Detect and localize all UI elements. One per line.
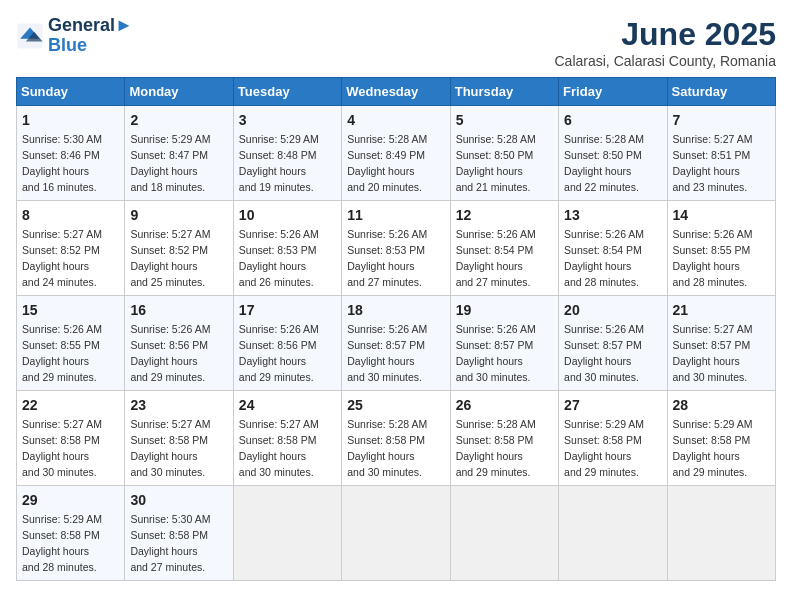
calendar-cell (342, 486, 450, 581)
calendar-cell: 4Sunrise: 5:28 AMSunset: 8:49 PMDaylight… (342, 106, 450, 201)
calendar-header: SundayMondayTuesdayWednesdayThursdayFrid… (17, 78, 776, 106)
header-sunday: Sunday (17, 78, 125, 106)
calendar-cell: 25Sunrise: 5:28 AMSunset: 8:58 PMDayligh… (342, 391, 450, 486)
day-number: 28 (673, 395, 770, 415)
day-detail: Sunrise: 5:27 AMSunset: 8:58 PMDaylight … (130, 418, 210, 478)
day-detail: Sunrise: 5:27 AMSunset: 8:52 PMDaylight … (22, 228, 102, 288)
calendar-cell: 7Sunrise: 5:27 AMSunset: 8:51 PMDaylight… (667, 106, 775, 201)
header-saturday: Saturday (667, 78, 775, 106)
day-detail: Sunrise: 5:27 AMSunset: 8:57 PMDaylight … (673, 323, 753, 383)
calendar-cell: 6Sunrise: 5:28 AMSunset: 8:50 PMDaylight… (559, 106, 667, 201)
day-number: 4 (347, 110, 444, 130)
day-detail: Sunrise: 5:27 AMSunset: 8:52 PMDaylight … (130, 228, 210, 288)
week-row-4: 22Sunrise: 5:27 AMSunset: 8:58 PMDayligh… (17, 391, 776, 486)
calendar-cell: 23Sunrise: 5:27 AMSunset: 8:58 PMDayligh… (125, 391, 233, 486)
calendar-cell: 5Sunrise: 5:28 AMSunset: 8:50 PMDaylight… (450, 106, 558, 201)
day-detail: Sunrise: 5:28 AMSunset: 8:50 PMDaylight … (456, 133, 536, 193)
day-number: 24 (239, 395, 336, 415)
calendar-body: 1Sunrise: 5:30 AMSunset: 8:46 PMDaylight… (17, 106, 776, 581)
calendar-cell (450, 486, 558, 581)
header-friday: Friday (559, 78, 667, 106)
day-detail: Sunrise: 5:26 AMSunset: 8:53 PMDaylight … (239, 228, 319, 288)
calendar-cell: 3Sunrise: 5:29 AMSunset: 8:48 PMDaylight… (233, 106, 341, 201)
day-detail: Sunrise: 5:28 AMSunset: 8:58 PMDaylight … (456, 418, 536, 478)
day-detail: Sunrise: 5:30 AMSunset: 8:58 PMDaylight … (130, 513, 210, 573)
day-number: 12 (456, 205, 553, 225)
day-detail: Sunrise: 5:29 AMSunset: 8:58 PMDaylight … (673, 418, 753, 478)
day-detail: Sunrise: 5:29 AMSunset: 8:58 PMDaylight … (22, 513, 102, 573)
day-number: 23 (130, 395, 227, 415)
day-detail: Sunrise: 5:26 AMSunset: 8:55 PMDaylight … (673, 228, 753, 288)
title-area: June 2025 Calarasi, Calarasi County, Rom… (555, 16, 777, 69)
day-detail: Sunrise: 5:26 AMSunset: 8:57 PMDaylight … (456, 323, 536, 383)
day-detail: Sunrise: 5:28 AMSunset: 8:50 PMDaylight … (564, 133, 644, 193)
day-detail: Sunrise: 5:26 AMSunset: 8:54 PMDaylight … (564, 228, 644, 288)
day-number: 27 (564, 395, 661, 415)
header-monday: Monday (125, 78, 233, 106)
day-number: 10 (239, 205, 336, 225)
calendar-cell: 12Sunrise: 5:26 AMSunset: 8:54 PMDayligh… (450, 201, 558, 296)
week-row-3: 15Sunrise: 5:26 AMSunset: 8:55 PMDayligh… (17, 296, 776, 391)
day-number: 5 (456, 110, 553, 130)
day-number: 20 (564, 300, 661, 320)
day-detail: Sunrise: 5:28 AMSunset: 8:49 PMDaylight … (347, 133, 427, 193)
day-detail: Sunrise: 5:29 AMSunset: 8:48 PMDaylight … (239, 133, 319, 193)
day-number: 15 (22, 300, 119, 320)
calendar-cell: 20Sunrise: 5:26 AMSunset: 8:57 PMDayligh… (559, 296, 667, 391)
day-detail: Sunrise: 5:28 AMSunset: 8:58 PMDaylight … (347, 418, 427, 478)
day-number: 13 (564, 205, 661, 225)
logo-text: General► Blue (48, 16, 133, 56)
day-number: 2 (130, 110, 227, 130)
day-number: 11 (347, 205, 444, 225)
day-detail: Sunrise: 5:30 AMSunset: 8:46 PMDaylight … (22, 133, 102, 193)
calendar-cell: 11Sunrise: 5:26 AMSunset: 8:53 PMDayligh… (342, 201, 450, 296)
day-number: 30 (130, 490, 227, 510)
calendar-cell (667, 486, 775, 581)
calendar-cell: 27Sunrise: 5:29 AMSunset: 8:58 PMDayligh… (559, 391, 667, 486)
day-detail: Sunrise: 5:26 AMSunset: 8:55 PMDaylight … (22, 323, 102, 383)
day-number: 16 (130, 300, 227, 320)
calendar-cell: 29Sunrise: 5:29 AMSunset: 8:58 PMDayligh… (17, 486, 125, 581)
calendar-cell: 16Sunrise: 5:26 AMSunset: 8:56 PMDayligh… (125, 296, 233, 391)
day-number: 26 (456, 395, 553, 415)
header-wednesday: Wednesday (342, 78, 450, 106)
day-number: 3 (239, 110, 336, 130)
calendar-cell: 1Sunrise: 5:30 AMSunset: 8:46 PMDaylight… (17, 106, 125, 201)
week-row-2: 8Sunrise: 5:27 AMSunset: 8:52 PMDaylight… (17, 201, 776, 296)
month-title: June 2025 (555, 16, 777, 53)
day-detail: Sunrise: 5:26 AMSunset: 8:57 PMDaylight … (347, 323, 427, 383)
day-number: 22 (22, 395, 119, 415)
day-number: 29 (22, 490, 119, 510)
day-number: 1 (22, 110, 119, 130)
calendar-cell: 14Sunrise: 5:26 AMSunset: 8:55 PMDayligh… (667, 201, 775, 296)
day-detail: Sunrise: 5:26 AMSunset: 8:56 PMDaylight … (239, 323, 319, 383)
calendar-cell: 17Sunrise: 5:26 AMSunset: 8:56 PMDayligh… (233, 296, 341, 391)
calendar-cell: 9Sunrise: 5:27 AMSunset: 8:52 PMDaylight… (125, 201, 233, 296)
day-number: 14 (673, 205, 770, 225)
day-detail: Sunrise: 5:29 AMSunset: 8:58 PMDaylight … (564, 418, 644, 478)
page-header: General► Blue June 2025 Calarasi, Calara… (16, 16, 776, 69)
day-number: 17 (239, 300, 336, 320)
day-number: 25 (347, 395, 444, 415)
location: Calarasi, Calarasi County, Romania (555, 53, 777, 69)
day-number: 19 (456, 300, 553, 320)
day-detail: Sunrise: 5:27 AMSunset: 8:58 PMDaylight … (239, 418, 319, 478)
calendar-cell: 24Sunrise: 5:27 AMSunset: 8:58 PMDayligh… (233, 391, 341, 486)
day-number: 18 (347, 300, 444, 320)
header-tuesday: Tuesday (233, 78, 341, 106)
day-detail: Sunrise: 5:26 AMSunset: 8:56 PMDaylight … (130, 323, 210, 383)
day-number: 8 (22, 205, 119, 225)
calendar-table: SundayMondayTuesdayWednesdayThursdayFrid… (16, 77, 776, 581)
logo: General► Blue (16, 16, 133, 56)
logo-icon (16, 22, 44, 50)
calendar-cell: 22Sunrise: 5:27 AMSunset: 8:58 PMDayligh… (17, 391, 125, 486)
calendar-cell: 19Sunrise: 5:26 AMSunset: 8:57 PMDayligh… (450, 296, 558, 391)
day-detail: Sunrise: 5:26 AMSunset: 8:57 PMDaylight … (564, 323, 644, 383)
calendar-cell: 21Sunrise: 5:27 AMSunset: 8:57 PMDayligh… (667, 296, 775, 391)
calendar-cell: 30Sunrise: 5:30 AMSunset: 8:58 PMDayligh… (125, 486, 233, 581)
calendar-cell: 15Sunrise: 5:26 AMSunset: 8:55 PMDayligh… (17, 296, 125, 391)
day-detail: Sunrise: 5:27 AMSunset: 8:58 PMDaylight … (22, 418, 102, 478)
calendar-cell: 10Sunrise: 5:26 AMSunset: 8:53 PMDayligh… (233, 201, 341, 296)
day-detail: Sunrise: 5:29 AMSunset: 8:47 PMDaylight … (130, 133, 210, 193)
week-row-5: 29Sunrise: 5:29 AMSunset: 8:58 PMDayligh… (17, 486, 776, 581)
